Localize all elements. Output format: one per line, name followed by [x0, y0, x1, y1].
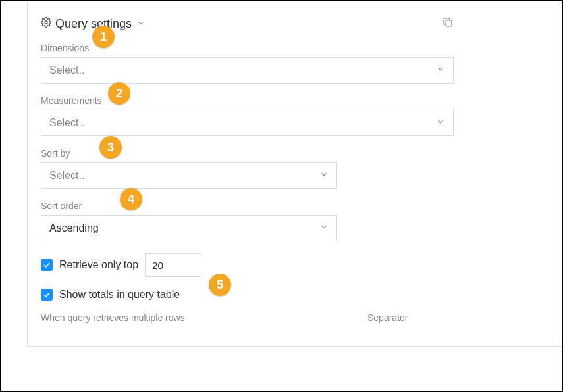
chevron-down-icon	[436, 117, 445, 129]
annotation-marker-1: 1	[92, 26, 115, 48]
sortorder-select[interactable]: Ascending	[41, 215, 337, 241]
retrieve-top-checkbox[interactable]	[41, 259, 53, 271]
sortorder-value: Ascending	[49, 222, 99, 234]
chevron-down-icon	[319, 170, 329, 182]
sortby-select[interactable]: Select..	[41, 162, 337, 189]
measurements-select[interactable]: Select..	[41, 110, 454, 136]
annotation-marker-2: 2	[108, 82, 130, 105]
gear-icon	[41, 17, 51, 30]
retrieve-top-label: Retrieve only top	[59, 259, 138, 271]
show-totals-checkbox[interactable]	[41, 289, 53, 301]
annotation-marker-3: 3	[99, 136, 122, 159]
chevron-down-icon	[137, 18, 145, 30]
svg-point-0	[45, 21, 47, 24]
multirows-label: When query retrieves multiple rows	[41, 312, 352, 323]
measurements-placeholder: Select..	[49, 117, 84, 129]
sortby-placeholder: Select..	[49, 170, 84, 182]
dimensions-select[interactable]: Select..	[41, 57, 454, 84]
svg-rect-1	[446, 20, 452, 26]
query-settings-panel: Query settings Dimensions Select..	[27, 1, 562, 347]
retrieve-top-input[interactable]	[145, 253, 201, 277]
sortorder-label: Sort order	[41, 201, 454, 211]
header-title: Query settings	[55, 17, 132, 31]
chevron-down-icon	[436, 64, 445, 76]
copy-icon[interactable]	[442, 16, 454, 31]
measurements-label: Measurements	[41, 95, 454, 106]
annotation-marker-4: 4	[120, 188, 142, 210]
query-settings-header[interactable]: Query settings	[41, 17, 145, 31]
show-totals-label: Show totals in query table	[59, 289, 180, 301]
separator-label: Separator	[367, 312, 439, 323]
annotation-marker-5: 5	[209, 274, 231, 296]
dimensions-placeholder: Select..	[49, 64, 84, 76]
chevron-down-icon	[319, 222, 329, 234]
